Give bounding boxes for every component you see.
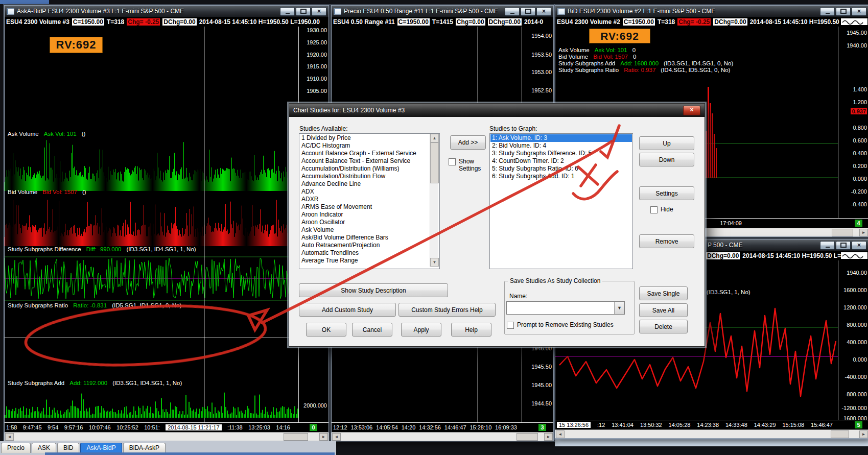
checkbox-box[interactable]: [449, 158, 456, 165]
delete-button[interactable]: Delete: [639, 320, 688, 333]
scroll-down-arrow[interactable]: ▼: [430, 258, 439, 267]
show-settings-checkbox[interactable]: Show Settings: [449, 158, 484, 172]
hide-checkbox[interactable]: Hide: [650, 206, 673, 213]
price-scale-label: 1945.00: [847, 30, 867, 36]
studies-to-graph-item[interactable]: 2: Bid Volume. ID: 4: [490, 142, 632, 150]
studies-to-graph-item[interactable]: 1: Ask Volume. ID: 3: [490, 134, 632, 142]
minimize-button[interactable]: [280, 7, 295, 16]
save-single-button[interactable]: Save Single: [639, 286, 688, 300]
help-button[interactable]: Help: [451, 323, 491, 337]
studies-available-item[interactable]: ADX: [300, 188, 439, 196]
time-axis-label: :11:38: [227, 424, 243, 430]
time-axis-label: 10:25:52: [116, 424, 138, 430]
prompt-remove-checkbox[interactable]: Prompt to Remove Existing Studies: [507, 321, 614, 329]
close-button[interactable]: ×: [312, 7, 326, 16]
chartbook-tab[interactable]: BiDA-AskP: [123, 443, 166, 453]
studies-available-item[interactable]: Advance Decline Line: [300, 180, 439, 188]
price-scale-label: 1953.00: [531, 69, 552, 75]
scroll-right-arrow[interactable]: ►: [319, 433, 328, 441]
ok-button[interactable]: OK: [306, 323, 346, 337]
custom-study-errors-help-button[interactable]: Custom Study Errors Help: [398, 303, 496, 317]
scroll-right-arrow[interactable]: ►: [544, 433, 553, 441]
close-button[interactable]: ×: [852, 241, 866, 250]
studies-available-item[interactable]: Aroon Indicator: [300, 211, 439, 219]
close-button[interactable]: ×: [852, 7, 866, 16]
add-button[interactable]: Add >>: [450, 135, 486, 150]
scrollbar-thumb[interactable]: [832, 229, 853, 236]
chartbook-tab[interactable]: Precio: [1, 443, 31, 453]
studies-to-graph-item[interactable]: 3: Study Subgraphs Difference. ID: 5: [490, 150, 632, 157]
cancel-button[interactable]: Cancel: [352, 323, 392, 337]
up-button[interactable]: Up: [639, 136, 694, 150]
studies-available-item[interactable]: ADXR: [300, 196, 439, 203]
studies-available-item[interactable]: Aroon Oscillator: [300, 219, 439, 226]
apply-button[interactable]: Apply: [401, 323, 441, 337]
chartbook-tab[interactable]: ASK: [32, 443, 56, 453]
show-study-description-button[interactable]: Show Study Description: [299, 283, 448, 297]
dialog-close-button[interactable]: ×: [683, 106, 700, 115]
studies-available-item[interactable]: Accumulation/Distribution Flow: [300, 173, 439, 180]
scroll-left-arrow[interactable]: ◄: [556, 430, 565, 438]
studies-available-item[interactable]: Account Balance Text - External Service: [300, 157, 439, 165]
settings-button[interactable]: Settings: [639, 186, 694, 200]
checkbox-box[interactable]: [650, 206, 658, 213]
horizontal-scrollbar[interactable]: ◄ ►: [555, 429, 868, 438]
chartbook-tab[interactable]: BiD: [57, 443, 79, 453]
titlebar[interactable]: AskA-BidP ESU4 2300 Volume #3 L:1 E-mini…: [5, 6, 329, 17]
price-scale[interactable]: 1945.001940.001.4001.2000.9370.8000.6000…: [838, 27, 868, 218]
maximize-button[interactable]: [836, 7, 851, 16]
scrollbar-thumb[interactable]: [517, 433, 538, 441]
list-vertical-scrollbar[interactable]: ▲ ▼: [430, 134, 438, 267]
studies-available-item[interactable]: Accumulation/Distribution (Williams): [300, 165, 439, 173]
studies-available-item[interactable]: Auto Retracement/Projection: [300, 242, 439, 249]
name-combobox[interactable]: ▼: [506, 301, 625, 315]
scroll-left-arrow[interactable]: ◄: [332, 433, 341, 441]
horizontal-scrollbar[interactable]: ◄ ►: [5, 432, 329, 441]
studies-to-graph-item[interactable]: 5: Study Subgraphs Ratio. ID: 6: [490, 165, 632, 173]
studies-available-item[interactable]: Automatic Trendlines: [300, 249, 439, 257]
scroll-up-arrow[interactable]: ▲: [430, 134, 439, 142]
scroll-left-arrow[interactable]: ◄: [5, 433, 14, 441]
studies-to-graph-item[interactable]: 4: CountDown Timer. ID: 2: [490, 157, 632, 165]
studies-available-list[interactable]: 1 Divided by PriceAC/DC HistogramAccount…: [299, 133, 440, 269]
price-scale[interactable]: 1940.001600.0001200.000800.000400.0000.0…: [838, 260, 868, 420]
scrollbar-thumb[interactable]: [284, 433, 308, 441]
minimize-button[interactable]: [820, 7, 835, 16]
close-button[interactable]: ×: [536, 7, 551, 16]
remove-button[interactable]: Remove: [639, 234, 694, 248]
save-all-button[interactable]: Save All: [639, 303, 688, 317]
studies-available-item[interactable]: 1 Divided by Price: [300, 134, 439, 142]
down-button[interactable]: Down: [639, 153, 694, 166]
time-axis[interactable]: 1:589:47:459:549:57:1610:07:4610:25:5210…: [5, 422, 329, 432]
titlebar[interactable]: Precio ESU4 0.50 Range #11 L:1 E-mini S&…: [332, 6, 553, 17]
studies-available-item[interactable]: Average True Range: [300, 257, 439, 265]
time-axis[interactable]: 15 13:26:56:1213:41:0413:50:3214:05:2814…: [555, 420, 868, 429]
header-symbol: ESU4 2300 Volume #2: [557, 18, 620, 26]
scrollbar-thumb[interactable]: [430, 142, 439, 183]
studies-available-item[interactable]: Account Balance Graph - External Service: [300, 150, 439, 157]
minimize-button[interactable]: [505, 7, 520, 16]
scrollbar-thumb[interactable]: [831, 430, 849, 438]
scroll-right-arrow[interactable]: ►: [859, 229, 868, 236]
chevron-down-icon[interactable]: ▼: [614, 302, 624, 314]
titlebar[interactable]: BiD ESU4 2300 Volume #2 L:1 E-mini S&P 5…: [555, 6, 868, 17]
studies-available-item[interactable]: Ask/Bid Volume Difference Bars: [300, 234, 439, 242]
horizontal-scrollbar[interactable]: ◄ ►: [332, 432, 553, 441]
add-custom-study-button[interactable]: Add Custom Study: [299, 303, 396, 317]
studies-available-item[interactable]: Ask Volume: [300, 226, 439, 234]
chartbook-tab[interactable]: AskA-BidP: [80, 443, 122, 453]
studies-available-item[interactable]: ARMS Ease of Movement: [300, 203, 439, 211]
price-scale-label: 1940.00: [847, 270, 867, 276]
studies-to-graph-list[interactable]: 1: Ask Volume. ID: 32: Bid Volume. ID: 4…: [489, 133, 633, 269]
studies-available-item[interactable]: AC/DC Histogram: [300, 142, 439, 150]
studies-to-graph-item[interactable]: 6: Study Subgraphs Add. ID: 1: [490, 173, 632, 180]
dialog-titlebar[interactable]: Chart Studies for: ESU4 2300 Volume #3 ×: [289, 104, 705, 117]
maximize-button[interactable]: [296, 7, 311, 16]
maximize-button[interactable]: [836, 241, 851, 250]
time-axis[interactable]: 12:1213:53:0614:05:5414:2014:32:5614:46:…: [332, 422, 553, 432]
scroll-right-arrow[interactable]: ►: [859, 430, 868, 438]
minimize-button[interactable]: [820, 241, 835, 250]
maximize-button[interactable]: [521, 7, 535, 16]
chart-area[interactable]: RV:692 Ask VolumeAsk Vol: 101()Bid Volum…: [5, 27, 329, 422]
checkbox-box[interactable]: [507, 322, 514, 329]
